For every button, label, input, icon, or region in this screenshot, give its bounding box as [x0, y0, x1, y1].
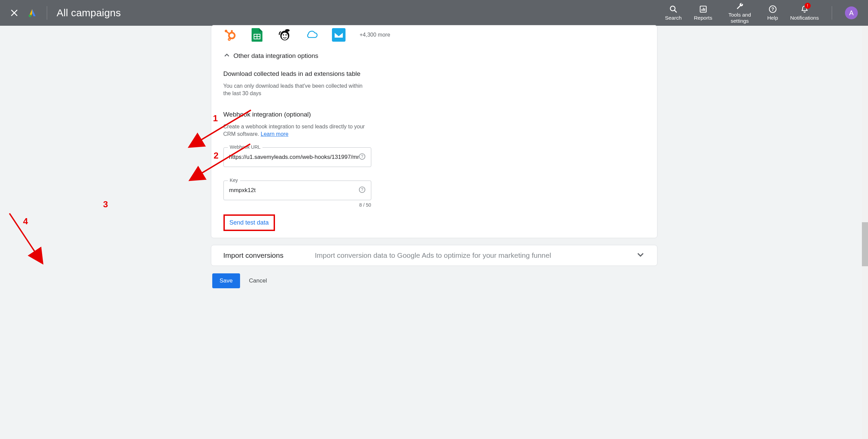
- hubspot-icon[interactable]: [223, 28, 236, 41]
- annotation-number-3: 3: [103, 199, 108, 209]
- svg-text:?: ?: [361, 154, 363, 159]
- svg-rect-3: [702, 9, 703, 11]
- download-leads-heading: Download collected leads in ad extension…: [223, 70, 645, 78]
- webhook-url-label: Webhook URL: [228, 144, 263, 150]
- divider: [47, 6, 47, 20]
- save-button[interactable]: Save: [212, 273, 240, 288]
- search-button[interactable]: Search: [665, 5, 682, 21]
- bell-icon: !: [801, 5, 809, 14]
- lead-form-card: +4,300 more Other data integration optio…: [211, 25, 657, 238]
- svg-point-17: [285, 29, 289, 32]
- svg-text:?: ?: [771, 6, 774, 12]
- svg-point-11: [228, 38, 230, 40]
- email-icon[interactable]: [332, 28, 346, 42]
- help-button[interactable]: ? Help: [767, 5, 778, 21]
- key-label: Key: [228, 177, 240, 183]
- header-left: All campaigns: [10, 6, 121, 20]
- webhook-heading: Webhook integration (optional): [223, 111, 645, 118]
- help-label: Help: [767, 15, 778, 21]
- integration-icons-row: +4,300 more: [223, 25, 645, 42]
- divider: [832, 6, 832, 20]
- search-label: Search: [665, 15, 682, 21]
- webhook-url-field[interactable]: Webhook URL ?: [223, 147, 371, 167]
- tools-label: Tools and settings: [725, 12, 755, 24]
- header-right: Search Reports Tools and settings ? Help…: [665, 2, 858, 24]
- google-ads-logo: [27, 8, 37, 18]
- cloud-icon[interactable]: [305, 28, 318, 41]
- app-header: All campaigns Search Reports Tools and s…: [0, 0, 868, 26]
- notification-badge: !: [805, 3, 811, 9]
- expander-label: Other data integration options: [234, 52, 318, 60]
- annotation-highlight-box: Send test data: [223, 214, 275, 231]
- chevron-up-icon: [223, 52, 230, 60]
- search-icon: [669, 5, 677, 14]
- svg-rect-5: [704, 8, 705, 11]
- svg-point-14: [281, 33, 288, 40]
- svg-point-16: [285, 34, 287, 36]
- webhook-url-input[interactable]: [229, 154, 359, 161]
- svg-rect-4: [703, 8, 704, 11]
- notifications-button[interactable]: ! Notifications: [790, 5, 819, 21]
- close-button[interactable]: [10, 9, 18, 17]
- download-leads-section: Download collected leads in ad extension…: [223, 70, 645, 97]
- import-conversions-bar[interactable]: Import conversions Import conversion dat…: [211, 245, 657, 266]
- help-icon[interactable]: ?: [359, 153, 366, 161]
- webhook-desc-text: Create a webhook integration to send lea…: [223, 124, 365, 137]
- page-title: All campaigns: [57, 7, 121, 19]
- learn-more-link[interactable]: Learn more: [261, 131, 289, 137]
- svg-point-15: [283, 34, 284, 36]
- download-leads-desc: You can only download leads that've been…: [223, 82, 366, 97]
- key-char-counter: 8 / 50: [223, 202, 371, 208]
- avatar-letter: A: [849, 9, 853, 17]
- wrench-icon: [736, 2, 744, 11]
- action-button-row: Save Cancel: [211, 273, 657, 288]
- cancel-button[interactable]: Cancel: [249, 277, 267, 284]
- help-icon: ?: [769, 5, 777, 14]
- scrollbar-track[interactable]: [862, 26, 868, 439]
- reports-label: Reports: [694, 15, 712, 21]
- reports-icon: [699, 5, 707, 14]
- integrations-more-label[interactable]: +4,300 more: [360, 32, 390, 38]
- import-conversions-title: Import conversions: [223, 251, 315, 259]
- svg-line-25: [9, 213, 36, 253]
- reports-button[interactable]: Reports: [694, 5, 712, 21]
- key-field[interactable]: Key ?: [223, 181, 371, 200]
- scrollbar-thumb[interactable]: [862, 222, 868, 266]
- mailchimp-icon[interactable]: [278, 28, 291, 41]
- send-test-data-button[interactable]: Send test data: [225, 216, 274, 230]
- svg-text:?: ?: [361, 187, 363, 192]
- help-icon[interactable]: ?: [359, 186, 366, 194]
- svg-point-0: [28, 15, 31, 17]
- key-input[interactable]: [229, 187, 359, 194]
- webhook-desc: Create a webhook integration to send lea…: [223, 123, 366, 138]
- import-conversions-subtitle: Import conversion data to Google Ads to …: [315, 251, 636, 259]
- content-wrap: +4,300 more Other data integration optio…: [211, 25, 657, 288]
- tools-settings-button[interactable]: Tools and settings: [725, 2, 755, 24]
- other-data-integration-expander[interactable]: Other data integration options: [223, 52, 645, 60]
- annotation-number-4: 4: [23, 216, 28, 226]
- notifications-label: Notifications: [790, 15, 819, 21]
- user-avatar[interactable]: A: [845, 6, 858, 19]
- webhook-section: Webhook integration (optional) Create a …: [223, 111, 645, 231]
- google-sheets-icon[interactable]: [251, 28, 263, 41]
- chevron-down-icon: [636, 250, 645, 260]
